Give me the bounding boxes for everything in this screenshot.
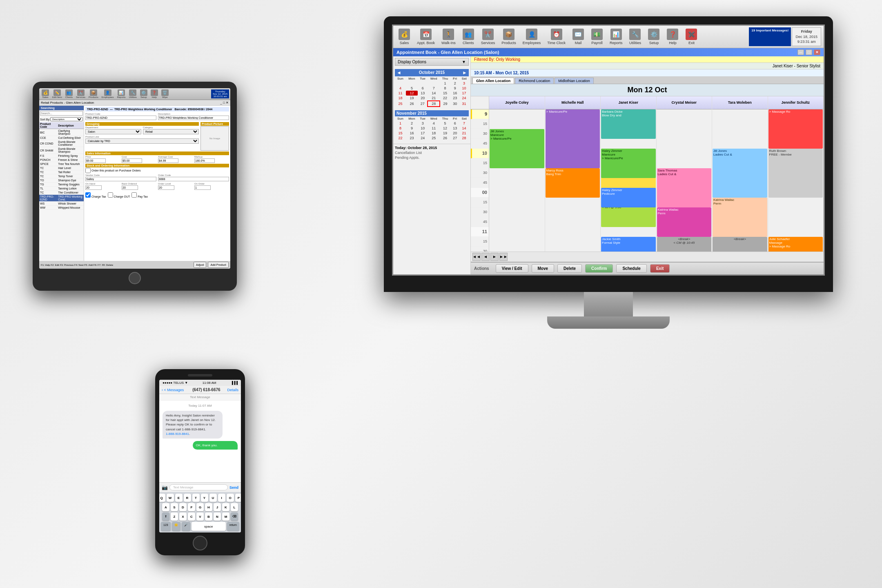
oct-2[interactable]: 2 <box>450 81 459 86</box>
toolbar-products[interactable]: 📦 Products <box>499 28 519 46</box>
key-a[interactable]: A <box>162 503 169 511</box>
toolbar-walk-ins[interactable]: 🚶 Walk-Ins <box>439 28 458 46</box>
product-code-input[interactable] <box>85 116 156 120</box>
on-order-input[interactable] <box>194 185 211 190</box>
tablet-add-product-btn[interactable]: Add Product <box>208 262 229 268</box>
close-btn[interactable]: ✕ <box>814 49 820 55</box>
charge-tax-checkbox[interactable] <box>85 192 91 198</box>
key-g[interactable]: G <box>196 503 204 511</box>
key-q[interactable]: Q <box>159 494 165 502</box>
scroll-next-btn[interactable]: ► <box>490 253 499 261</box>
table-row-selected[interactable]: TRD-PRO-62NDTRD-PRO Working Cond. <box>39 195 84 202</box>
appt-jill-jones-manicure[interactable]: Jill JonesManicure> Manicure/Pe <box>490 129 544 168</box>
key-t[interactable]: T <box>192 494 200 502</box>
phone-home-button[interactable] <box>193 536 207 550</box>
tablet-adjust-btn[interactable]: Adjust <box>194 262 206 268</box>
schedule-button[interactable]: Schedule <box>616 264 646 273</box>
key-o[interactable]: O <box>227 494 234 502</box>
key-return[interactable]: return <box>227 522 239 531</box>
oct-9[interactable]: 9 <box>450 86 459 91</box>
appt-julie-schaefer[interactable]: Julie SchaeferMassage> Massage Ro <box>768 237 823 252</box>
camera-icon[interactable]: 📷 <box>162 485 168 490</box>
key-c[interactable]: C <box>188 512 195 521</box>
oct-29[interactable]: 29 <box>440 101 450 107</box>
oct-21[interactable]: 21 <box>428 96 439 101</box>
table-row[interactable]: TGTanning Goggles <box>39 183 84 187</box>
toolbar-sales[interactable]: 💰 Sales <box>396 28 413 46</box>
key-r[interactable]: R <box>184 494 191 502</box>
key-b[interactable]: B <box>205 512 212 521</box>
appt-marcy-ross[interactable]: Marcy RossBang Trim <box>546 168 600 198</box>
oct-26[interactable]: 26 <box>406 101 418 107</box>
oct-3[interactable]: 3 <box>459 81 469 86</box>
toolbar-payroll[interactable]: 💵 Payroll <box>588 28 606 46</box>
price-input[interactable] <box>85 158 106 163</box>
key-mic[interactable]: 🎤 <box>182 522 190 531</box>
key-v[interactable]: V <box>196 512 204 521</box>
toolbar-exit[interactable]: ✖️ Exit <box>683 28 700 46</box>
key-z[interactable]: Z <box>171 512 178 521</box>
appt-jennifer-massage1[interactable]: > Massage Ro <box>768 109 823 149</box>
category-select[interactable]: Retail <box>143 129 199 134</box>
appt-break-tara[interactable]: <Break> <box>713 237 767 252</box>
key-d[interactable]: D <box>179 503 187 511</box>
back-button[interactable]: ‹ < Messages <box>162 388 184 392</box>
key-backspace[interactable]: ⌫ <box>231 512 238 521</box>
minimize-btn[interactable]: ─ <box>797 49 804 55</box>
toolbar-clients[interactable]: 👥 Clients <box>460 28 477 46</box>
tab-midlothian[interactable]: Midlothian Location <box>555 78 594 84</box>
table-row[interactable]: TLTanning Lotion <box>39 187 84 191</box>
oct-8[interactable]: 8 <box>440 86 450 91</box>
phone-link[interactable]: 1-888-919-8841 <box>166 432 189 436</box>
department-select[interactable]: Salon <box>85 129 141 134</box>
oct-18[interactable]: 18 <box>395 96 406 101</box>
table-row[interactable]: PONCHFreeze & Shine <box>39 158 84 162</box>
avg-cost-input[interactable] <box>158 158 178 163</box>
key-shift[interactable]: ⇧ <box>162 512 169 521</box>
back-ordered-input[interactable] <box>122 185 138 190</box>
tablet-help-btn[interactable]: ❓ Help <box>149 89 159 99</box>
key-k[interactable]: K <box>222 503 229 511</box>
table-row[interactable]: BICClarifying Shampoo <box>39 129 84 136</box>
appt-katrina-wallac-1[interactable]: Katrina WallacPerm <box>657 207 712 237</box>
appt-jill-jones-ladies[interactable]: Jill JonesLadies Cut & <box>713 149 767 198</box>
toolbar-mail[interactable]: ✉️ Mail <box>570 28 587 46</box>
order-code-input[interactable] <box>158 177 229 181</box>
oct-4[interactable]: 4 <box>395 86 406 91</box>
toolbar-setup[interactable]: ⚙️ Setup <box>645 28 662 46</box>
scroll-right-btn[interactable]: ►► <box>499 253 508 261</box>
key-p[interactable]: P <box>235 494 241 502</box>
appt-katrina-wallac-2[interactable]: Katrina WallacPerm <box>713 198 767 237</box>
toolbar-services[interactable]: ✂️ Services <box>479 28 498 46</box>
tablet-edit-btn[interactable]: ✏️ Edit Item <box>51 89 63 99</box>
table-row[interactable]: WSWhisk Shower <box>39 202 84 206</box>
key-emoji[interactable]: 😊 <box>172 522 180 531</box>
toolbar-reports[interactable]: 📊 Reports <box>607 28 625 46</box>
oct-15[interactable]: 15 <box>440 91 450 96</box>
order-purchase-checkbox[interactable] <box>85 168 91 173</box>
confirm-button[interactable]: Confirm <box>585 264 613 273</box>
oct-14[interactable]: 14 <box>428 91 439 96</box>
tablet-clients-btn[interactable]: 👥 Clients <box>64 89 74 99</box>
table-row[interactable]: CR SHAMDumb Blonde Shampoo <box>39 147 84 154</box>
oct-5[interactable]: 5 <box>406 86 418 91</box>
toolbar-employees[interactable]: 👤 Employees <box>520 28 543 46</box>
key-x[interactable]: X <box>179 512 187 521</box>
key-f[interactable]: F <box>188 503 195 511</box>
oct-27[interactable]: 27 <box>418 101 428 107</box>
appt-jackie-smith[interactable]: Jackie SmithFormal Style <box>601 237 656 252</box>
tablet-reports-btn[interactable]: 📊 Reports <box>116 89 127 99</box>
tablet-sort-select[interactable]: Description <box>50 117 83 121</box>
table-row[interactable]: SPICETree Tea Nourish <box>39 162 84 166</box>
on-hand-input[interactable] <box>85 185 102 190</box>
description-input[interactable] <box>158 116 229 120</box>
appt-sara-thomas[interactable]: Sara ThomasLadies Cut & <box>657 168 712 207</box>
table-row[interactable]: CR CONDDumb Blonde Conditioner <box>39 140 84 147</box>
tablet-home-button[interactable] <box>129 272 141 284</box>
key-s[interactable]: S <box>171 503 178 511</box>
oct-31[interactable]: 31 <box>459 101 469 107</box>
oct-1[interactable]: 1 <box>440 81 450 86</box>
table-row[interactable]: TCTemp Toner <box>39 174 84 178</box>
markup-input[interactable] <box>194 158 215 163</box>
key-w[interactable]: W <box>167 494 174 502</box>
